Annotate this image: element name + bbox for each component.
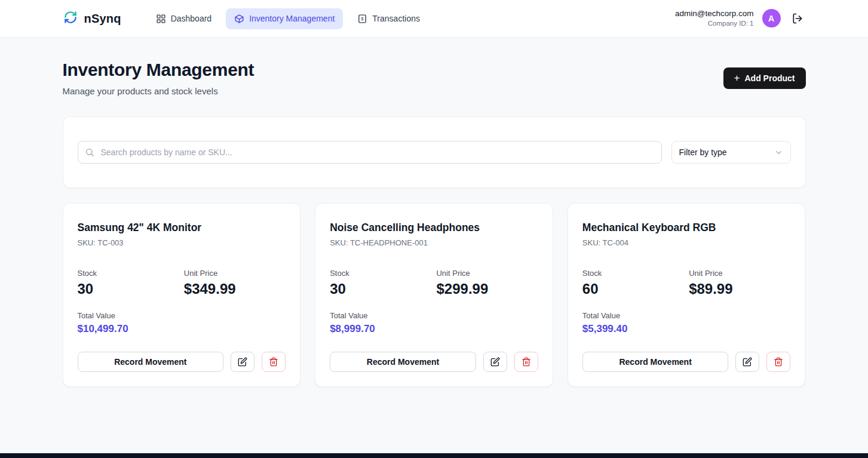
search-icon [85, 147, 94, 157]
unit-price-label: Unit Price [184, 269, 286, 278]
product-sku: SKU: TC-003 [78, 238, 286, 247]
trash-icon [522, 357, 531, 367]
stock-block: Stock 30 [330, 269, 431, 297]
receipt-dollar-icon: $ [357, 14, 367, 24]
stock-value: 30 [330, 281, 431, 297]
product-stats: Stock 60 Unit Price $89.99 [582, 269, 791, 297]
unit-price-value: $299.99 [436, 281, 538, 297]
type-filter-value: Filter by type [679, 147, 727, 157]
product-card: Noise Cancelling Headphones SKU: TC-HEAD… [315, 203, 553, 387]
record-movement-button[interactable]: Record Movement [330, 352, 476, 372]
edit-product-button[interactable] [735, 352, 759, 372]
page-subtitle: Manage your products and stock levels [63, 86, 254, 96]
total-value-block: Total Value $5,399.40 [582, 311, 791, 335]
stock-value: 30 [78, 281, 179, 297]
unit-price-label: Unit Price [689, 269, 790, 278]
total-value-label: Total Value [330, 311, 538, 320]
edit-product-button[interactable] [483, 352, 507, 372]
unit-price-block: Unit Price $299.99 [436, 269, 538, 297]
product-sku: SKU: TC-004 [582, 238, 791, 247]
total-value: $5,399.40 [582, 323, 791, 335]
brand-name: nSynq [84, 12, 121, 26]
stock-block: Stock 30 [78, 269, 179, 297]
logout-icon [792, 13, 803, 24]
svg-text:$: $ [361, 16, 364, 21]
product-card: Samsung 42" 4K Monitor SKU: TC-003 Stock… [63, 203, 301, 387]
delete-product-button[interactable] [766, 352, 790, 372]
page-title: Inventory Management [63, 60, 254, 80]
card-actions: Record Movement [78, 352, 286, 372]
trash-icon [269, 357, 278, 367]
unit-price-value: $349.99 [184, 281, 286, 297]
product-stats: Stock 30 Unit Price $299.99 [330, 269, 538, 297]
stock-value: 60 [582, 281, 684, 297]
total-value-label: Total Value [78, 311, 286, 320]
delete-product-button[interactable] [262, 352, 286, 372]
product-name: Mechanical Keyboard RGB [582, 222, 791, 234]
add-product-button[interactable]: + Add Product [723, 67, 806, 89]
add-product-label: Add Product [745, 73, 795, 83]
nav-links: Dashboard Inventory Management $ Trans [148, 8, 675, 29]
nav-item-label: Dashboard [171, 14, 212, 23]
record-movement-button[interactable]: Record Movement [582, 352, 729, 372]
nav-item-label: Transactions [372, 14, 420, 23]
avatar-initial: A [768, 14, 774, 23]
search-wrap [78, 141, 662, 164]
footer-strip [0, 453, 868, 458]
user-email: admin@techcorp.com [675, 8, 754, 19]
total-value-block: Total Value $8,999.70 [330, 311, 538, 335]
product-sku: SKU: TC-HEADPHONE-001 [330, 238, 538, 247]
card-actions: Record Movement [330, 352, 538, 372]
page-header-text: Inventory Management Manage your product… [63, 60, 254, 96]
stock-block: Stock 60 [582, 269, 684, 297]
company-id: Company ID: 1 [675, 19, 754, 29]
card-actions: Record Movement [582, 352, 791, 372]
nav-item-transactions[interactable]: $ Transactions [349, 8, 428, 29]
user-meta: admin@techcorp.com Company ID: 1 [675, 8, 754, 29]
product-name: Noise Cancelling Headphones [330, 222, 538, 234]
unit-price-block: Unit Price $89.99 [689, 269, 790, 297]
record-movement-button[interactable]: Record Movement [78, 352, 224, 372]
unit-price-label: Unit Price [436, 269, 538, 278]
delete-product-button[interactable] [514, 352, 538, 372]
product-card-grid: Samsung 42" 4K Monitor SKU: TC-003 Stock… [63, 203, 806, 387]
top-navbar: nSynq Dashboard Inventory Managem [0, 0, 868, 37]
package-icon [234, 14, 244, 24]
stock-label: Stock [582, 269, 684, 278]
unit-price-value: $89.99 [689, 281, 790, 297]
total-value-label: Total Value [582, 311, 791, 320]
navbar-inner: nSynq Dashboard Inventory Managem [62, 8, 807, 29]
chevron-down-icon [774, 148, 783, 157]
filter-card: Filter by type [63, 116, 806, 188]
stock-label: Stock [78, 269, 179, 278]
edit-icon [490, 357, 500, 367]
trash-icon [774, 357, 783, 367]
plus-icon: + [734, 73, 740, 83]
user-section: admin@techcorp.com Company ID: 1 A [675, 8, 806, 29]
sync-logo-icon [63, 10, 78, 27]
total-value-block: Total Value $10,499.70 [78, 311, 286, 335]
product-card: Mechanical Keyboard RGB SKU: TC-004 Stoc… [568, 203, 806, 387]
product-stats: Stock 30 Unit Price $349.99 [78, 269, 286, 297]
nav-item-inventory-management[interactable]: Inventory Management [226, 8, 343, 29]
brand[interactable]: nSynq [63, 10, 121, 27]
avatar[interactable]: A [762, 9, 781, 27]
main-content: Inventory Management Manage your product… [62, 37, 807, 453]
edit-icon [238, 357, 247, 367]
type-filter-dropdown[interactable]: Filter by type [671, 141, 791, 164]
page-header: Inventory Management Manage your product… [63, 60, 806, 96]
logout-button[interactable] [789, 10, 806, 27]
stock-label: Stock [330, 269, 431, 278]
search-input[interactable] [78, 141, 662, 164]
unit-price-block: Unit Price $349.99 [184, 269, 286, 297]
total-value: $10,499.70 [78, 323, 286, 335]
edit-product-button[interactable] [231, 352, 254, 372]
nav-item-label: Inventory Management [249, 14, 335, 23]
edit-icon [743, 357, 752, 367]
grid-icon [156, 14, 166, 24]
nav-item-dashboard[interactable]: Dashboard [148, 8, 220, 29]
total-value: $8,999.70 [330, 323, 538, 335]
product-name: Samsung 42" 4K Monitor [78, 222, 286, 234]
